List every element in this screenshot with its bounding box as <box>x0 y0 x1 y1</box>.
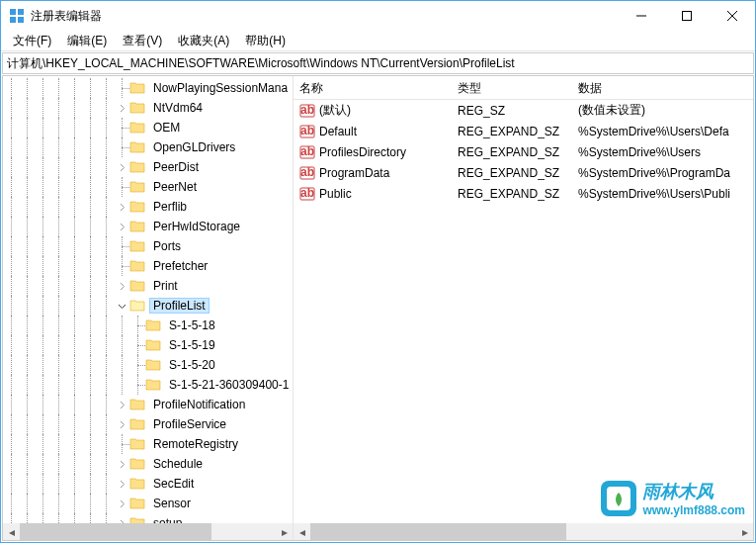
close-button[interactable] <box>710 1 755 31</box>
chevron-right-icon[interactable] <box>114 494 129 513</box>
menubar: 文件(F) 编辑(E) 查看(V) 收藏夹(A) 帮助(H) <box>1 31 755 51</box>
scroll-left-icon[interactable]: ◂ <box>3 523 20 540</box>
scroll-track[interactable] <box>20 523 276 540</box>
svg-rect-1 <box>18 9 24 15</box>
scroll-left-icon[interactable]: ◂ <box>294 523 310 540</box>
minimize-button[interactable] <box>619 1 664 31</box>
tree-item[interactable]: Ports <box>3 236 293 256</box>
tree-label: Schedule <box>149 457 207 471</box>
tree-label: NowPlayingSessionMana <box>149 81 292 95</box>
tree-item[interactable]: OEM <box>3 118 293 137</box>
column-type[interactable]: 类型 <box>452 76 572 99</box>
folder-icon <box>145 317 161 333</box>
tree-item[interactable]: Print <box>3 276 293 296</box>
tree-item[interactable]: NtVdm64 <box>3 98 293 118</box>
chevron-right-icon[interactable] <box>114 157 129 177</box>
maximize-button[interactable] <box>664 1 710 31</box>
list-scrollbar-horizontal[interactable]: ◂ ▸ <box>294 523 753 540</box>
scroll-right-icon[interactable]: ▸ <box>736 523 753 540</box>
tree-scrollbar-horizontal[interactable]: ◂ ▸ <box>3 523 293 540</box>
address-bar[interactable]: 计算机\HKEY_LOCAL_MACHINE\SOFTWARE\Microsof… <box>2 52 754 74</box>
list-row[interactable]: ab(默认)REG_SZ(数值未设置) <box>294 100 753 121</box>
tree-label: OEM <box>149 121 184 135</box>
watermark-logo-icon <box>599 479 638 518</box>
tree-item[interactable]: PerHwIdStorage <box>3 217 293 236</box>
column-data[interactable]: 数据 <box>572 76 753 99</box>
tree-item[interactable]: Schedule <box>3 454 293 474</box>
titlebar: 注册表编辑器 <box>1 1 755 31</box>
folder-icon <box>145 377 161 393</box>
tree-item[interactable]: Perflib <box>3 197 293 217</box>
scroll-thumb[interactable] <box>310 523 566 540</box>
tree-item[interactable]: OpenGLDrivers <box>3 137 293 157</box>
string-value-icon: ab <box>299 165 315 181</box>
chevron-right-icon[interactable] <box>114 474 129 494</box>
tree-item[interactable]: SecEdit <box>3 474 293 494</box>
tree-label: ProfileService <box>149 417 230 431</box>
tree-pane: NowPlayingSessionManaNtVdm64OEMOpenGLDri… <box>3 76 294 540</box>
value-name: Default <box>319 125 357 138</box>
string-value-icon: ab <box>299 124 315 139</box>
menu-file[interactable]: 文件(F) <box>5 32 59 50</box>
tree-item[interactable]: RemoteRegistry <box>3 434 293 454</box>
chevron-right-icon[interactable] <box>114 454 129 474</box>
chevron-right-icon[interactable] <box>114 98 129 118</box>
svg-rect-0 <box>10 9 16 15</box>
column-name[interactable]: 名称 <box>294 76 452 99</box>
folder-icon <box>129 179 145 195</box>
app-icon <box>9 8 25 24</box>
tree-item[interactable]: ProfileList <box>3 296 293 316</box>
chevron-right-icon[interactable] <box>114 217 129 236</box>
scroll-thumb[interactable] <box>20 523 211 540</box>
value-type: REG_EXPAND_SZ <box>452 187 572 201</box>
watermark-title: 雨林木风 <box>642 480 745 503</box>
svg-text:ab: ab <box>300 103 314 117</box>
tree-item[interactable]: PeerNet <box>3 177 293 197</box>
svg-text:ab: ab <box>300 124 314 137</box>
tree-item[interactable]: PeerDist <box>3 157 293 177</box>
tree-label: Ports <box>149 239 185 253</box>
list-row[interactable]: abProgramDataREG_EXPAND_SZ%SystemDrive%\… <box>294 162 753 183</box>
tree-item[interactable]: S-1-5-20 <box>3 355 293 375</box>
list-row[interactable]: abDefaultREG_EXPAND_SZ%SystemDrive%\User… <box>294 121 753 141</box>
list-row[interactable]: abPublicREG_EXPAND_SZ%SystemDrive%\Users… <box>294 183 753 204</box>
scroll-track[interactable] <box>310 523 736 540</box>
tree-item[interactable]: S-1-5-21-360309400-1 <box>3 375 293 395</box>
folder-icon <box>129 436 145 452</box>
tree-label: Perflib <box>149 200 191 214</box>
tree-item[interactable]: S-1-5-18 <box>3 316 293 335</box>
chevron-down-icon[interactable] <box>114 296 129 316</box>
svg-rect-5 <box>683 12 692 21</box>
folder-icon <box>145 357 161 373</box>
svg-text:ab: ab <box>300 186 314 200</box>
chevron-right-icon[interactable] <box>114 197 129 217</box>
folder-icon <box>129 258 145 274</box>
value-data: %SystemDrive%\Users <box>572 145 753 159</box>
chevron-right-icon[interactable] <box>114 276 129 296</box>
tree-item[interactable]: ProfileService <box>3 414 293 434</box>
svg-text:ab: ab <box>300 144 314 158</box>
tree-item[interactable]: S-1-5-19 <box>3 335 293 355</box>
tree-label: S-1-5-21-360309400-1 <box>165 378 293 392</box>
tree-label: ProfileList <box>149 298 210 314</box>
value-data: %SystemDrive%\Users\Publi <box>572 187 753 201</box>
folder-icon <box>129 476 145 492</box>
tree-item[interactable]: Sensor <box>3 494 293 513</box>
value-data: (数值未设置) <box>572 102 753 119</box>
tree-item[interactable]: Prefetcher <box>3 256 293 276</box>
svg-rect-3 <box>18 17 24 23</box>
tree-item[interactable]: ProfileNotification <box>3 395 293 414</box>
list-row[interactable]: abProfilesDirectoryREG_EXPAND_SZ%SystemD… <box>294 141 753 162</box>
menu-edit[interactable]: 编辑(E) <box>59 32 115 50</box>
chevron-right-icon[interactable] <box>114 395 129 414</box>
chevron-right-icon[interactable] <box>114 414 129 434</box>
tree-label: PeerDist <box>149 160 203 174</box>
folder-icon <box>129 456 145 472</box>
tree-label: OpenGLDrivers <box>149 140 239 154</box>
menu-favorites[interactable]: 收藏夹(A) <box>170 32 237 50</box>
tree-item[interactable]: NowPlayingSessionMana <box>3 78 293 98</box>
tree-label: Print <box>149 279 182 293</box>
menu-view[interactable]: 查看(V) <box>115 32 170 50</box>
menu-help[interactable]: 帮助(H) <box>237 32 294 50</box>
scroll-right-icon[interactable]: ▸ <box>276 523 293 540</box>
